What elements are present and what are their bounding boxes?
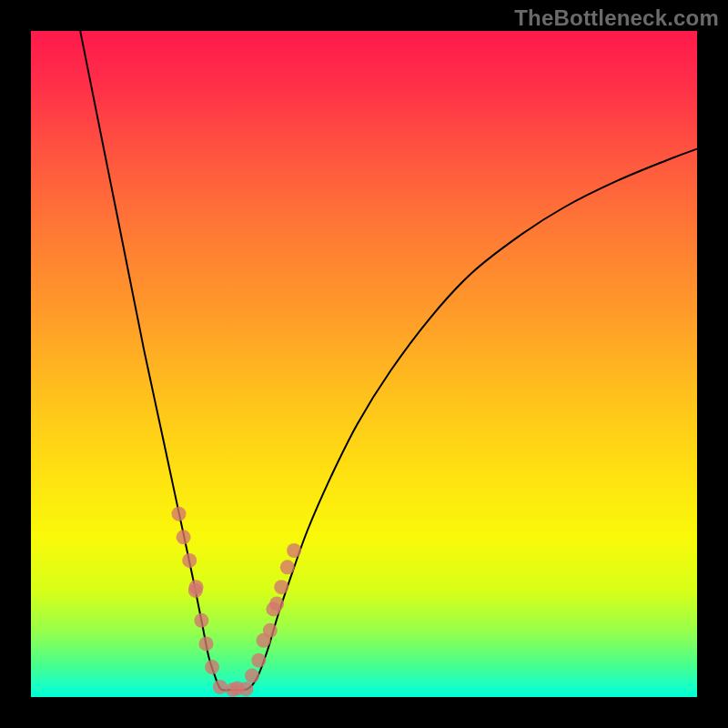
- watermark: TheBottleneck.com: [514, 5, 719, 31]
- chart-frame: TheBottleneck.com: [0, 0, 728, 728]
- plot-area: [31, 31, 697, 697]
